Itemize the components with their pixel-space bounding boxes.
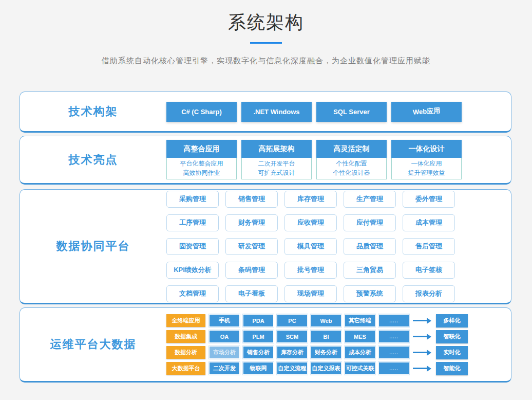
data-platform-grid: 采购管理 销售管理 库存管理 生产管理 委外管理 工序管理 财务管理 应收管理 … [166,191,455,302]
page-header: 系统架构 借助系统自动化核心管理引擎，实现数字化与信息化深度融合，为企业数值化管… [0,0,532,66]
ops-item-custom-workflow[interactable]: 自定义流程 [277,362,307,374]
ops-platform-label: 运维平台大数据 [20,337,166,352]
ops-item-more[interactable]: ..... [379,331,409,342]
section-ops-platform: 运维平台大数据 全终端应用 手机 PDA PC Web 其它终端 ..... 多… [20,307,511,383]
module-button-kpi[interactable]: KPI绩效分析 [166,262,219,279]
section-data-platform: 数据协同平台 采购管理 销售管理 库存管理 生产管理 委外管理 工序管理 财务管… [20,189,511,304]
right-arrow-icon [413,318,432,324]
ops-item-sales-analysis[interactable]: 销售分析 [243,347,273,358]
ops-item-finance-analysis[interactable]: 财务分析 [311,347,341,358]
tech-button-dotnet-windows[interactable]: .NET Windows [241,102,312,122]
module-button-alert[interactable]: 预警系统 [344,285,396,302]
module-button-production[interactable]: 生产管理 [344,191,396,208]
module-button-mold[interactable]: 模具管理 [284,238,337,255]
highlight-card-body: 一体化应用 提升管理效益 [391,158,462,179]
ops-item-cost-analysis[interactable]: 成本分析 [345,347,375,358]
ops-tag-bigdata: 大数据平台 [166,362,205,375]
tech-button-sql-label: SQL Server [333,108,370,116]
module-button-quality[interactable]: 品质管理 [344,238,396,255]
ops-item-more[interactable]: ..... [379,362,409,374]
right-arrow-icon [413,350,432,356]
page-subtitle: 借助系统自动化核心管理引擎，实现数字化与信息化深度融合，为企业数值化管理应用赋能 [0,56,532,66]
page-title: 系统架构 [0,10,532,34]
module-button-inventory[interactable]: 库存管理 [284,191,337,208]
ops-result-realtime: 实时化 [436,346,468,359]
ops-item-secondary-dev[interactable]: 二次开发 [210,362,239,374]
module-button-receivables[interactable]: 应收管理 [284,214,337,231]
highlight-card-header: 高整合应用 [166,140,237,158]
module-button-report[interactable]: 报表分析 [403,285,455,302]
tech-button-csharp-label: C# (C Sharp) [181,108,222,116]
ops-item-web[interactable]: Web [311,315,341,326]
highlight-card-unified: 一体化设计 一体化应用 提升管理效益 [391,140,462,179]
tech-button-web-app[interactable]: Web应用 [391,102,462,122]
module-button-sales[interactable]: 销售管理 [225,191,278,208]
ops-item-pda[interactable]: PDA [243,315,273,326]
ops-item-more[interactable]: ..... [379,347,409,358]
ops-result-intelligent: 智能化 [436,362,468,375]
ops-result-diverse: 多样化 [436,314,468,328]
highlight-card-header: 一体化设计 [391,140,462,158]
highlight-line: 提升管理效益 [392,168,461,177]
module-button-cost[interactable]: 成本管理 [403,214,455,231]
title-underline [250,42,282,44]
module-button-esign[interactable]: 电子签核 [403,262,455,279]
ops-rows: 全终端应用 手机 PDA PC Web 其它终端 ..... 多样化 数据集成 … [166,314,468,375]
highlight-line: 个性化配置 [317,159,386,168]
highlights-label: 技术亮点 [20,152,166,168]
module-button-fixed-assets[interactable]: 固资管理 [166,238,219,255]
module-button-batch[interactable]: 批号管理 [284,262,337,279]
ops-item-oa[interactable]: OA [210,331,239,342]
highlight-line: 高效协同作业 [167,168,236,177]
ops-item-market-analysis[interactable]: 市场分析 [210,347,239,358]
highlight-line: 平台化整合应用 [167,159,236,168]
highlight-card-header: 高拓展架构 [241,140,312,158]
tech-stack-buttons: C# (C Sharp) .NET Windows SQL Server Web… [166,102,462,122]
tech-button-csharp[interactable]: C# (C Sharp) [166,102,237,122]
module-button-payables[interactable]: 应付管理 [344,214,396,231]
module-button-outsourcing[interactable]: 委外管理 [403,191,455,208]
tech-button-sql-server[interactable]: SQL Server [316,102,387,122]
ops-item-bi[interactable]: BI [311,331,341,342]
section-highlights: 技术亮点 高整合应用 平台化整合应用 高效协同作业 高拓展架构 二次开发平台 可… [20,136,511,185]
ops-item-controlled-link[interactable]: 可控式关联 [345,362,375,374]
ops-item-inventory-analysis[interactable]: 库存分析 [277,347,307,358]
ops-result-connected: 智联化 [436,330,468,343]
highlight-card-body: 二次开发平台 可扩充式设计 [241,158,312,179]
ops-item-scm[interactable]: SCM [277,331,307,342]
highlight-line: 可扩充式设计 [242,168,311,177]
ops-row-integration: 数据集成 OA PLM SCM BI MES ..... 智联化 [166,330,468,343]
module-button-purchase[interactable]: 采购管理 [166,191,219,208]
ops-tag-integration: 数据集成 [166,330,205,343]
module-button-barcode[interactable]: 条码管理 [225,262,278,279]
ops-item-custom-report[interactable]: 自定义报表 [311,362,341,374]
ops-item-mes[interactable]: MES [345,331,375,342]
highlight-line: 二次开发平台 [242,159,311,168]
module-button-document[interactable]: 文档管理 [166,285,219,302]
module-button-rnd[interactable]: 研发管理 [225,238,278,255]
ops-item-iot[interactable]: 物联网 [243,362,273,374]
ops-item-mobile[interactable]: 手机 [210,315,239,326]
module-button-shopfloor[interactable]: 现场管理 [284,285,337,302]
ops-item-more[interactable]: ..... [379,315,409,326]
highlight-card-integration: 高整合应用 平台化整合应用 高效协同作业 [166,140,237,179]
highlight-cards: 高整合应用 平台化整合应用 高效协同作业 高拓展架构 二次开发平台 可扩充式设计… [166,140,462,179]
right-arrow-icon [413,334,432,340]
highlight-line: 个性化设计器 [317,168,386,177]
ops-tag-terminals: 全终端应用 [166,314,205,327]
ops-item-plm[interactable]: PLM [243,331,273,342]
highlight-card-flexibility: 高灵活定制 个性化配置 个性化设计器 [316,140,387,179]
module-button-process[interactable]: 工序管理 [166,214,219,231]
ops-item-other-terminal[interactable]: 其它终端 [345,315,375,326]
ops-row-bigdata: 大数据平台 二次开发 物联网 自定义流程 自定义报表 可控式关联 ..... 智… [166,362,468,375]
ops-tag-analytics: 数据分析 [166,346,205,359]
highlight-card-body: 平台化整合应用 高效协同作业 [166,158,237,179]
module-button-triangle-trade[interactable]: 三角贸易 [344,262,396,279]
right-arrow-icon [413,366,432,372]
module-button-after-sales[interactable]: 售后管理 [403,238,455,255]
module-button-finance[interactable]: 财务管理 [225,214,278,231]
ops-item-pc[interactable]: PC [277,315,307,326]
module-button-kanban[interactable]: 电子看板 [225,285,278,302]
highlight-line: 一体化应用 [392,159,461,168]
tech-button-dotnet-label: .NET Windows [253,108,299,116]
